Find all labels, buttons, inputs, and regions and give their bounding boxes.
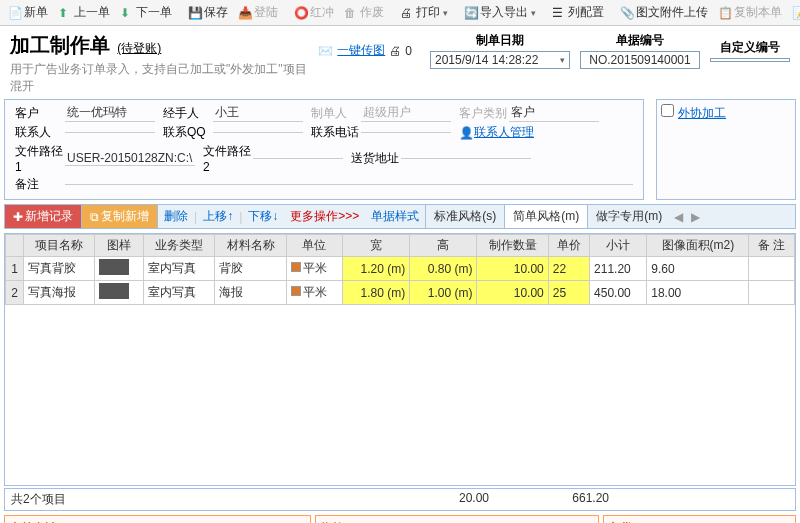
arrow-up-icon: ⬆: [58, 6, 72, 20]
contact-field[interactable]: [65, 132, 155, 133]
col-width[interactable]: 宽: [343, 235, 410, 257]
print-button[interactable]: 🖨打印▾: [396, 2, 452, 23]
path1-label: 文件路径1: [15, 143, 65, 174]
column-config-button[interactable]: ☰列配置: [548, 2, 608, 23]
delete-button[interactable]: 删除: [158, 205, 194, 228]
add-record-button[interactable]: ✚新增记录: [5, 205, 82, 228]
tab-prev-button[interactable]: ◀: [670, 208, 687, 226]
date-input[interactable]: 2015/9/14 14:28:22▾: [430, 51, 570, 69]
col-price[interactable]: 单价: [548, 235, 589, 257]
remark-label: 备注: [15, 176, 65, 193]
col-name[interactable]: 项目名称: [24, 235, 95, 257]
remark-field[interactable]: [65, 184, 633, 185]
phone-label: 联系电话: [311, 124, 361, 141]
copy-icon: ⧉: [90, 210, 99, 224]
addr-field[interactable]: [401, 158, 531, 159]
move-up-button[interactable]: 上移↑: [197, 205, 239, 228]
invalid-button[interactable]: 🗑作废: [340, 2, 388, 23]
prev-order-button[interactable]: ⬆上一单: [54, 2, 114, 23]
import-export-button[interactable]: 🔄导入导出▾: [460, 2, 540, 23]
arrow-down-icon: ⬇: [120, 6, 134, 20]
contact-mgmt-link[interactable]: 联系人管理: [474, 124, 534, 141]
login-button[interactable]: 📥登陆: [234, 2, 282, 23]
col-unit[interactable]: 单位: [286, 235, 342, 257]
plus-icon: ✚: [13, 210, 23, 224]
col-subtotal[interactable]: 小计: [590, 235, 647, 257]
thumbnail-icon: [99, 283, 129, 299]
doc-style-button[interactable]: 单据样式: [365, 205, 425, 228]
data-grid: 项目名称 图样 业务类型 材料名称 单位 宽 高 制作数量 单价 小计 图像面积…: [4, 233, 796, 486]
attach-button[interactable]: 📎图文附件上传: [616, 2, 712, 23]
path1-field[interactable]: USER-20150128ZN:C:\: [65, 151, 195, 166]
more-ops-button[interactable]: 更多操作>>>: [284, 205, 365, 228]
print-icon: 🖨: [400, 6, 414, 20]
date-label: 制单日期: [430, 32, 570, 49]
doc-no-input[interactable]: NO.201509140001: [580, 51, 700, 69]
cust-type-field: 客户: [509, 104, 599, 122]
login-icon: 📥: [238, 6, 252, 20]
col-btype[interactable]: 业务类型: [144, 235, 215, 257]
col-height[interactable]: 高: [410, 235, 477, 257]
color-swatch-icon: [291, 262, 301, 272]
collect-panel: 收款 收款方式 公司现金 收款率(%) 0.0 收款金额 0.0 余款支付日期 …: [315, 515, 599, 523]
redflash-icon: ⭕: [294, 6, 308, 20]
attach-icon: 📎: [620, 6, 634, 20]
col-num[interactable]: [6, 235, 24, 257]
main-toolbar: 📄新单 ⬆上一单 ⬇下一单 💾保存 📥登陆 ⭕红冲 🗑作废 🖨打印▾ 🔄导入导出…: [0, 0, 800, 26]
tab-standard[interactable]: 标准风格(s): [425, 205, 504, 228]
col-qty[interactable]: 制作数量: [477, 235, 548, 257]
chevron-down-icon: ▾: [531, 8, 536, 18]
chevron-down-icon: ▾: [443, 8, 448, 18]
mail-icon: ✉️: [318, 44, 333, 58]
cust-type-label: 客户类别: [459, 105, 509, 122]
outsource-box: 外协加工: [656, 99, 796, 200]
phone-field[interactable]: [361, 132, 451, 133]
invalid-icon: 🗑: [344, 6, 358, 20]
grid-footer: 共2个项目 20.00 661.20: [4, 488, 796, 511]
col-material[interactable]: 材料名称: [215, 235, 286, 257]
footer-subtotal: 661.20: [489, 491, 609, 508]
qq-field[interactable]: [213, 132, 303, 133]
save-button[interactable]: 💾保存: [184, 2, 232, 23]
customer-label: 客户: [15, 105, 65, 122]
outsource-checkbox-label[interactable]: 外协加工: [661, 106, 726, 120]
next-order-button[interactable]: ⬇下一单: [116, 2, 176, 23]
qq-label: 联系QQ: [163, 124, 213, 141]
import-export-icon: 🔄: [464, 6, 478, 20]
copy-icon: 📋: [718, 6, 732, 20]
paste-icon: 📝: [792, 6, 800, 20]
maker-field: 超级用户: [361, 104, 451, 122]
redflash-button[interactable]: ⭕红冲: [290, 2, 338, 23]
tab-simple[interactable]: 简单风格(m): [504, 205, 587, 228]
new-order-button[interactable]: 📄新单: [4, 2, 52, 23]
custom-no-input[interactable]: [710, 58, 790, 62]
handler-label: 经手人: [163, 105, 213, 122]
page-title: 加工制作单: [10, 32, 110, 59]
one-key-upload-link[interactable]: 一键传图: [337, 42, 385, 59]
path2-field[interactable]: [253, 158, 343, 159]
col-remark[interactable]: 备 注: [749, 235, 795, 257]
new-icon: 📄: [8, 6, 22, 20]
title-status[interactable]: (待登账): [117, 41, 161, 55]
move-down-button[interactable]: 下移↓: [242, 205, 284, 228]
outsource-checkbox[interactable]: [661, 104, 674, 117]
delivery-panel: 交货 交货方式 ▾ 交货日期 ▾ …: [603, 515, 796, 523]
grid-header-row: 项目名称 图样 业务类型 材料名称 单位 宽 高 制作数量 单价 小计 图像面积…: [6, 235, 795, 257]
maker-label: 制单人: [311, 105, 361, 122]
grid-toolbar: ✚新增记录 ⧉复制新增 删除 | 上移↑ | 下移↓ 更多操作>>> 单据样式 …: [4, 204, 796, 229]
copy-add-button[interactable]: ⧉复制新增: [82, 205, 158, 228]
tab-next-button[interactable]: ▶: [687, 208, 704, 226]
col-img[interactable]: 图样: [95, 235, 144, 257]
copy-order-button[interactable]: 📋复制本单: [714, 2, 786, 23]
doc-no-label: 单据编号: [580, 32, 700, 49]
paste-img-button[interactable]: 📝粘贴截图: [788, 2, 800, 23]
customer-field[interactable]: 统一优玛特: [65, 104, 155, 122]
tab-fixed[interactable]: 做字专用(m): [587, 205, 670, 228]
custom-no-label: 自定义编号: [710, 39, 790, 56]
handler-field[interactable]: 小王: [213, 104, 303, 122]
table-row[interactable]: 1 写真背胶 室内写真 背胶 平米 1.20 (m) 0.80 (m) 10.0…: [6, 257, 795, 281]
footer-qty: 20.00: [409, 491, 489, 508]
table-row[interactable]: 2 写真海报 室内写真 海报 平米 1.80 (m) 1.00 (m) 10.0…: [6, 281, 795, 305]
save-icon: 💾: [188, 6, 202, 20]
col-area[interactable]: 图像面积(m2): [647, 235, 749, 257]
